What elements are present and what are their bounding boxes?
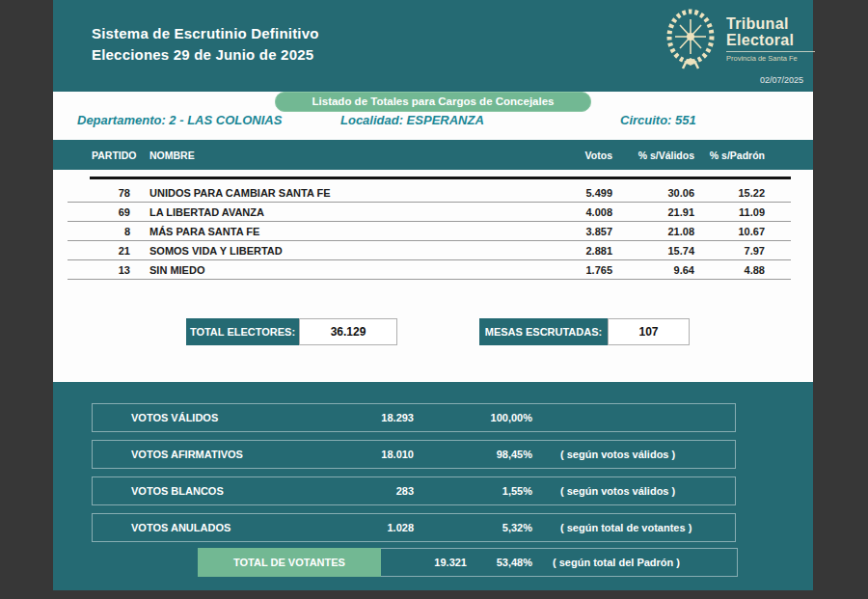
nombre-cell: MÁS PARA SANTA FE: [149, 226, 259, 237]
mesas-escrutadas-label: MESAS ESCRUTADAS:: [479, 318, 608, 345]
election-subtitle: Elecciones 29 de Junio de 2025: [92, 44, 319, 66]
pct-padron-cell: 15.22: [683, 187, 765, 199]
summary-pct: 98,45%: [497, 449, 532, 460]
summary-label: VOTOS ANULADOS: [131, 522, 231, 533]
column-header-pct-validos: % s/Válidos: [608, 150, 694, 161]
logo-text: Tribunal Electoral Provincia de Santa Fe: [726, 15, 815, 63]
table-row: 78 UNIDOS PARA CAMBIAR SANTA FE 5.499 30…: [68, 183, 791, 203]
logo-title-line1: Tribunal: [726, 15, 815, 32]
total-electores-box: TOTAL ELECTORES: 36.129: [186, 318, 397, 345]
total-electores-label: TOTAL ELECTORES:: [186, 318, 299, 345]
summary-label: VOTOS BLANCOS: [131, 485, 224, 497]
summary-value: 283: [396, 485, 414, 497]
votos-cell: 2.881: [535, 245, 612, 257]
pct-padron-cell: 10.67: [683, 226, 765, 237]
summary-note: ( según votos válidos ): [560, 449, 675, 460]
total-votantes-values: 19.321 53,48% ( según total del Padrón ): [381, 548, 738, 577]
circuito-info: Circuito: 551: [620, 113, 696, 127]
table-row: 21 SOMOS VIDA Y LIBERTAD 2.881 15.74 7.9…: [68, 241, 791, 260]
viewer-background: Sistema de Escrutinio Definitivo Eleccio…: [0, 0, 868, 599]
summary-pct: 5,32%: [502, 522, 532, 533]
pct-padron-cell: 7.97: [683, 245, 765, 257]
summary-note: ( según votos válidos ): [560, 485, 675, 497]
pct-validos-cell: 15.74: [608, 245, 694, 257]
summary-row-blancos: VOTOS BLANCOS 283 1,55% ( según votos vá…: [92, 476, 736, 505]
page-title: Sistema de Escrutinio Definitivo Eleccio…: [92, 23, 319, 66]
summary-label: VOTOS AFIRMATIVOS: [131, 449, 243, 460]
tribunal-logo: Tribunal Electoral Provincia de Santa Fe: [663, 7, 815, 70]
nombre-cell: SOMOS VIDA Y LIBERTAD: [149, 245, 283, 257]
total-votantes-note: ( según total del Padrón ): [553, 557, 680, 568]
nombre-cell: LA LIBERTAD AVANZA: [149, 206, 264, 218]
total-votantes-pct: 53,48%: [497, 557, 532, 568]
pct-validos-cell: 9.64: [608, 264, 694, 276]
partido-cell: 8: [82, 226, 130, 237]
total-votantes-row: TOTAL DE VOTANTES 19.321 53,48% ( según …: [198, 548, 738, 577]
partido-cell: 21: [82, 245, 130, 257]
total-votantes-label: TOTAL DE VOTANTES: [198, 548, 381, 577]
report-date: 02/07/2025: [760, 75, 803, 85]
logo-divider: [726, 51, 815, 52]
summary-section: VOTOS VÁLIDOS 18.293 100,00% VOTOS AFIRM…: [53, 382, 813, 590]
summary-pct: 100,00%: [491, 412, 532, 423]
summary-note: ( según total de votantes ): [560, 522, 692, 533]
report-banner-title: Listado de Totales para Cargos de Concej…: [275, 92, 591, 112]
column-header-pct-padron: % s/Padrón: [683, 150, 765, 161]
pct-padron-cell: 4.88: [683, 264, 765, 276]
total-electores-value: 36.129: [299, 318, 397, 345]
logo-subtitle: Provincia de Santa Fe: [726, 54, 815, 63]
wreath-emblem-icon: [663, 7, 719, 70]
pct-padron-cell: 11.09: [683, 206, 765, 218]
location-info-line: Departamento: 2 - LAS COLONIAS Localidad…: [53, 113, 813, 130]
summary-value: 18.293: [381, 412, 414, 423]
pct-validos-cell: 30.06: [608, 187, 694, 199]
report-document: Sistema de Escrutinio Definitivo Eleccio…: [53, 0, 813, 590]
partido-cell: 78: [82, 187, 130, 199]
column-header-votos: Votos: [535, 150, 612, 161]
table-top-rule: [90, 177, 791, 179]
table-row: 8 MÁS PARA SANTA FE 3.857 21.08 10.67: [68, 222, 791, 241]
votos-cell: 4.008: [535, 206, 612, 218]
mesas-escrutadas-box: MESAS ESCRUTADAS: 107: [479, 318, 690, 345]
total-votantes-value: 19.321: [434, 557, 467, 568]
report-header: Sistema de Escrutinio Definitivo Eleccio…: [53, 0, 813, 92]
votos-cell: 3.857: [535, 226, 612, 237]
summary-row-afirmativos: VOTOS AFIRMATIVOS 18.010 98,45% ( según …: [92, 440, 736, 469]
summary-pct: 1,55%: [502, 485, 532, 497]
summary-value: 18.010: [381, 449, 414, 460]
logo-title-line2: Electoral: [726, 32, 815, 48]
nombre-cell: UNIDOS PARA CAMBIAR SANTA FE: [149, 187, 331, 199]
table-row: 13 SIN MIEDO 1.765 9.64 4.88: [68, 260, 791, 280]
nombre-cell: SIN MIEDO: [149, 264, 204, 276]
pct-validos-cell: 21.91: [608, 206, 694, 218]
summary-row-anulados: VOTOS ANULADOS 1.028 5,32% ( según total…: [92, 513, 736, 542]
summary-value: 1.028: [387, 522, 414, 533]
results-table: 78 UNIDOS PARA CAMBIAR SANTA FE 5.499 30…: [68, 183, 791, 280]
column-header-partido: PARTIDO: [92, 150, 136, 161]
table-row: 69 LA LIBERTAD AVANZA 4.008 21.91 11.09: [68, 203, 791, 222]
departamento-info: Departamento: 2 - LAS COLONIAS: [77, 113, 282, 127]
partido-cell: 69: [82, 206, 130, 218]
partido-cell: 13: [82, 264, 130, 276]
pct-validos-cell: 21.08: [608, 226, 694, 237]
summary-label: VOTOS VÁLIDOS: [131, 412, 218, 423]
votos-cell: 5.499: [535, 187, 612, 199]
localidad-info: Localidad: ESPERANZA: [340, 113, 484, 127]
system-title: Sistema de Escrutinio Definitivo: [92, 23, 319, 44]
summary-row-validos: VOTOS VÁLIDOS 18.293 100,00%: [92, 403, 736, 432]
mesas-escrutadas-value: 107: [608, 318, 690, 345]
column-header-nombre: NOMBRE: [149, 150, 195, 161]
results-table-header: PARTIDO NOMBRE Votos % s/Válidos % s/Pad…: [53, 140, 813, 170]
votos-cell: 1.765: [535, 264, 612, 276]
report-body: Listado de Totales para Cargos de Concej…: [53, 92, 813, 382]
